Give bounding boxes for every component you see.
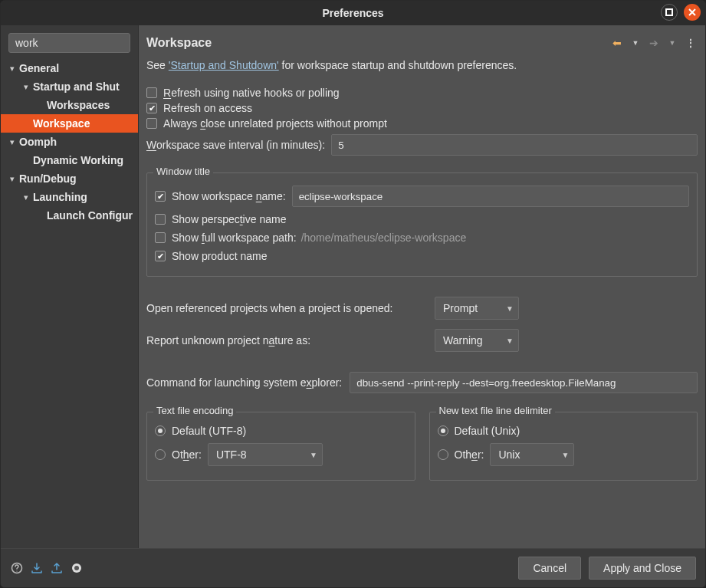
encoding-default-radio[interactable] (155, 425, 166, 436)
show-perspective-row[interactable]: Show perspective name (155, 212, 689, 227)
tree-item-label: Oomph (18, 136, 57, 148)
system-explorer-label: Command for launching system explorer: (146, 376, 342, 389)
encoding-other-radio[interactable] (155, 449, 166, 460)
cancel-button[interactable]: Cancel (518, 557, 581, 580)
startup-shutdown-link[interactable]: 'Startup and Shutdown' (169, 59, 279, 71)
maximize-button[interactable] (661, 4, 678, 21)
help-icon[interactable] (10, 561, 24, 575)
show-full-path-row[interactable]: Show full workspace path: /home/matheus/… (155, 230, 689, 245)
import-icon[interactable] (30, 561, 44, 575)
delimiter-group: New text file line delimiter Default (Un… (429, 412, 698, 481)
tree-item-label: Startup and Shut (31, 80, 120, 93)
tree-caret-icon[interactable]: ▾ (21, 82, 31, 92)
refresh-native-label: Refresh using native hooks or polling (163, 87, 340, 99)
delimiter-legend: New text file line delimiter (436, 405, 555, 416)
report-nature-select[interactable]: Warning▼ (435, 329, 519, 352)
window-title-legend: Window title (153, 166, 213, 177)
show-workspace-name-row[interactable]: Show workspace name: (155, 184, 689, 209)
show-perspective-label: Show perspective name (172, 213, 286, 225)
show-workspace-name-checkbox[interactable] (155, 191, 166, 202)
tree-item-general[interactable]: ▾General (1, 59, 138, 77)
save-interval-label: Workspace save interval (in minutes): (146, 139, 325, 151)
close-button[interactable] (684, 4, 701, 21)
nav-forward-icon[interactable]: ➔ (647, 36, 661, 50)
svg-point-2 (16, 570, 17, 571)
page-title: Workspace (146, 36, 610, 50)
filter-search-input[interactable] (14, 36, 151, 50)
tree-caret-icon[interactable]: ▾ (7, 174, 18, 184)
tree-item-label: Run/Debug (18, 172, 77, 185)
tree-item-oomph[interactable]: ▾Oomph (1, 133, 138, 151)
encoding-other-label: Other: (172, 448, 202, 461)
nav-menu-icon[interactable]: ⋮ (684, 36, 698, 50)
delimiter-select[interactable]: Unix▼ (490, 443, 574, 466)
show-workspace-name-label: Show workspace name: (172, 190, 286, 202)
tree-item-label: Dynamic Working (31, 154, 123, 166)
nav-back-menu-icon[interactable]: ▼ (629, 36, 642, 50)
show-full-path-label: Show full workspace path: (172, 232, 297, 244)
close-unrelated-row[interactable]: Always close unrelated projects without … (146, 117, 698, 130)
tree-item-dynamic-working[interactable]: Dynamic Working (1, 151, 138, 169)
save-interval-input[interactable] (331, 134, 698, 156)
delimiter-default-radio[interactable] (438, 425, 448, 436)
nav-back-icon[interactable]: ⬅ (610, 36, 624, 50)
encoding-other-row[interactable]: Other: UTF-8▼ (155, 442, 407, 468)
refresh-access-row[interactable]: Refresh on access (146, 102, 698, 114)
encoding-legend: Text file encoding (153, 405, 236, 416)
show-full-path-checkbox[interactable] (155, 232, 166, 243)
open-referenced-row: Open referenced projects when a project … (146, 297, 698, 320)
tree-item-startup-and-shut[interactable]: ▾Startup and Shut (1, 77, 138, 96)
delimiter-other-radio[interactable] (438, 449, 448, 460)
tree-caret-icon[interactable]: ▾ (7, 64, 18, 74)
preferences-tree[interactable]: ▾General▾Startup and ShutWorkspacesWorks… (1, 57, 138, 548)
oomph-icon[interactable] (70, 561, 84, 575)
delimiter-default-row[interactable]: Default (Unix) (438, 423, 690, 439)
system-explorer-row: Command for launching system explorer: (146, 372, 698, 393)
save-interval-row: Workspace save interval (in minutes): (146, 134, 698, 156)
close-unrelated-label: Always close unrelated projects without … (163, 117, 387, 130)
filter-search[interactable]: ✕ (8, 33, 130, 53)
nav-forward-menu-icon[interactable]: ▼ (665, 36, 679, 50)
report-nature-row: Report unknown project nature as: Warnin… (146, 329, 698, 352)
refresh-access-checkbox[interactable] (146, 103, 157, 113)
tree-item-label: Workspaces (45, 99, 110, 111)
tree-caret-icon[interactable]: ▾ (21, 192, 31, 202)
open-referenced-label: Open referenced projects when a project … (146, 302, 435, 314)
show-product-row[interactable]: Show product name (155, 248, 689, 264)
tree-item-label: General (18, 62, 59, 74)
show-product-label: Show product name (172, 250, 268, 262)
encoding-delimiter-row: Text file encoding Default (UTF-8) Other… (146, 412, 698, 481)
tree-item-workspaces[interactable]: Workspaces (1, 96, 138, 114)
tree-item-run-debug[interactable]: ▾Run/Debug (1, 169, 138, 188)
dialog-body: ✕ ▾General▾Startup and ShutWorkspacesWor… (1, 25, 705, 548)
window-title-group: Window title Show workspace name: Show p… (146, 172, 698, 277)
encoding-select[interactable]: UTF-8▼ (208, 443, 323, 466)
tree-item-workspace[interactable]: Workspace (1, 114, 138, 133)
apply-close-button[interactable]: Apply and Close (589, 557, 696, 580)
export-icon[interactable] (50, 561, 64, 575)
dialog-footer: Cancel Apply and Close (1, 548, 705, 587)
close-unrelated-checkbox[interactable] (146, 118, 157, 129)
tree-item-launching[interactable]: ▾Launching (1, 188, 138, 206)
tree-item-launch-configur[interactable]: Launch Configur (1, 206, 138, 225)
window-buttons (661, 4, 701, 21)
preferences-window: Preferences ✕ ▾General▾Startup and ShutW… (0, 0, 706, 588)
delimiter-default-label: Default (Unix) (455, 425, 520, 437)
refresh-native-row[interactable]: Refresh using native hooks or polling (146, 87, 698, 99)
show-perspective-checkbox[interactable] (155, 214, 166, 225)
encoding-group: Text file encoding Default (UTF-8) Other… (146, 412, 415, 481)
tree-item-label: Launch Configur (45, 209, 133, 222)
delimiter-other-label: Other: (455, 448, 484, 461)
encoding-default-row[interactable]: Default (UTF-8) (155, 423, 407, 439)
open-referenced-select[interactable]: Prompt▼ (435, 297, 519, 320)
system-explorer-input[interactable] (350, 372, 698, 393)
svg-rect-0 (666, 9, 672, 15)
header-nav: ⬅ ▼ ➔ ▼ ⋮ (610, 36, 698, 50)
show-product-checkbox[interactable] (155, 251, 166, 261)
intro-text: See 'Startup and Shutdown' for workspace… (146, 59, 698, 71)
footer-icons (10, 561, 84, 575)
delimiter-other-row[interactable]: Other: Unix▼ (438, 442, 690, 468)
workspace-name-input[interactable] (292, 186, 689, 207)
tree-caret-icon[interactable]: ▾ (7, 137, 18, 147)
refresh-native-checkbox[interactable] (146, 87, 157, 98)
